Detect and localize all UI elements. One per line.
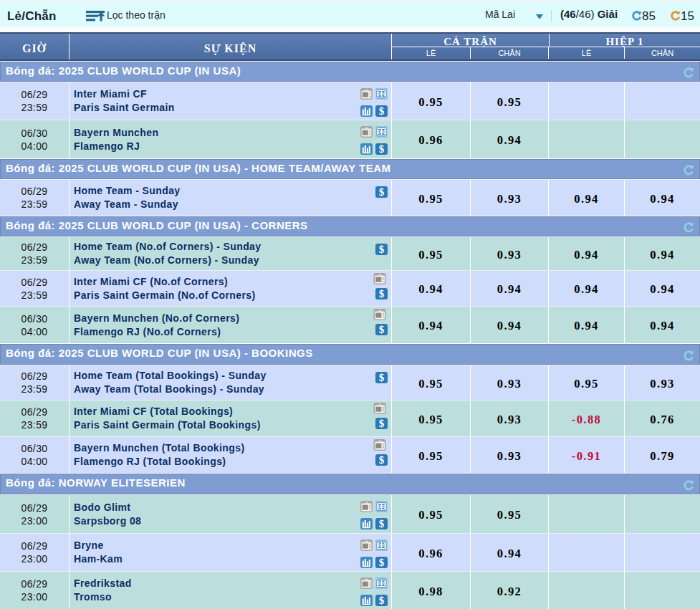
svg-text:$: $: [379, 244, 385, 255]
svg-text:$: $: [379, 557, 385, 568]
svg-text:$: $: [379, 105, 385, 117]
svg-text:$: $: [379, 418, 385, 429]
svg-text:$: $: [379, 324, 385, 335]
svg-text:$: $: [379, 186, 385, 198]
svg-text:$: $: [379, 143, 385, 155]
svg-text:$: $: [379, 595, 385, 606]
svg-text:$: $: [379, 372, 385, 383]
svg-text:$: $: [379, 288, 385, 299]
svg-text:$: $: [379, 518, 385, 529]
svg-text:$: $: [379, 454, 385, 466]
